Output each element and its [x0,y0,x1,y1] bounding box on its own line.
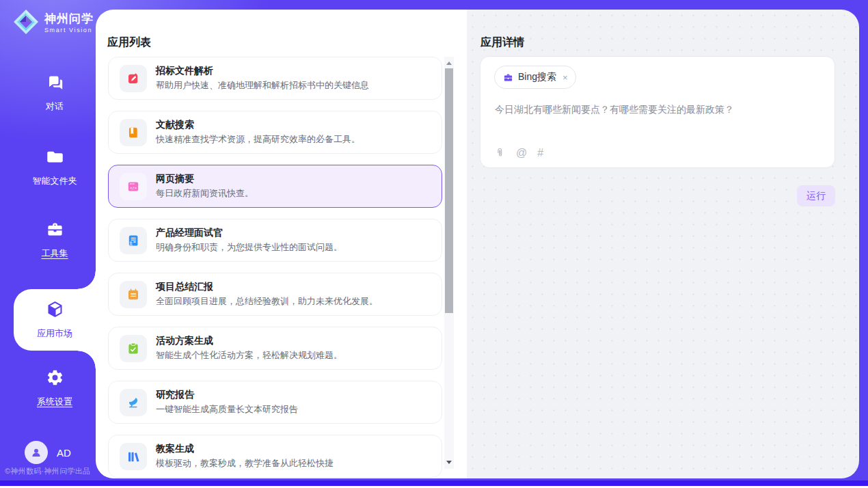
sidebar-item-smart-folders[interactable]: 智能文件夹 [14,138,96,197]
summary-icon [120,281,147,308]
hashtag-icon[interactable]: # [537,148,543,159]
app-detail-panel: 应用详情 Bing搜索 × 今日湖北有哪些新闻要点？有哪些需要关注的最新政策？ … [467,10,859,478]
app-list-item-research-report[interactable]: 研究报告一键智能生成高质量长文本研究报告 [108,381,442,424]
sidebar-item-label: 应用市场 [37,327,72,340]
sidebar-item-label: 对话 [46,100,64,113]
user-row[interactable]: AD [25,441,71,464]
app-description: 全面回顾项目进展，总结经验教训，助力未来优化发展。 [156,295,378,308]
app-description: 模板驱动，教案秒成，教学准备从此轻松快捷 [156,457,334,470]
app-list-item-literature-search[interactable]: 文献搜索快速精准查找学术资源，提高研究效率的必备工具。 [108,111,442,154]
query-input[interactable]: 今日湖北有哪些新闻要点？有哪些需要关注的最新政策？ [495,103,821,117]
app-description: 一键智能生成高质量长文本研究报告 [156,403,298,416]
paperclip-icon[interactable] [494,147,506,159]
bottom-accent-bar [0,480,868,486]
sidebar-item-toolset[interactable]: 工具集 [14,211,96,269]
bing-search-tag[interactable]: Bing搜索 × [494,66,576,89]
app-title: 招标文件解析 [156,65,369,77]
sidebar-footer: ©神州数码·神州问学出品 [5,466,90,476]
briefcase-icon [503,72,513,83]
scroll-down-icon[interactable] [446,461,452,464]
toolbox-icon [46,220,64,241]
app-description: 每日政府新闻资讯快查。 [156,187,254,200]
chat-icon [46,73,64,94]
app-list-item-project-summary[interactable]: 项目总结汇报全面回顾项目进展，总结经验教训，助力未来优化发展。 [108,273,442,316]
logo-subtitle: Smart Vision [44,27,94,33]
app-title: 教案生成 [156,443,334,455]
scroll-up-icon[interactable] [446,62,452,65]
app-list-item-web-digest[interactable]: </>网页摘要每日政府新闻资讯快查。 [108,165,442,208]
sidebar-item-label: 工具集 [42,247,68,260]
run-row: 运行 [480,185,835,206]
tender-icon [120,65,147,92]
app-description: 明确身份和职责，为您提供专业性的面试问题。 [156,241,342,254]
sidebar-item-system-settings[interactable]: 系统设置 [14,359,96,418]
sidebar-item-label: 智能文件夹 [33,175,77,187]
app-title: 研究报告 [156,389,298,401]
attachment-toolbar: @ # [494,147,543,159]
svg-text:</>: </> [130,186,137,190]
tag-label: Bing搜索 [518,71,556,83]
app-description: 智能生成个性化活动方案，轻松解决规划难题。 [156,349,342,362]
sidebar-item-label: 系统设置 [37,396,72,408]
research-icon [120,389,147,416]
app-list-title: 应用列表 [107,36,151,50]
prompt-card: Bing搜索 × 今日湖北有哪些新闻要点？有哪些需要关注的最新政策？ @ # [480,56,835,168]
logo-title: 神州问学 [44,13,94,26]
app-description: 快速精准查找学术资源，提高研究效率的必备工具。 [156,133,360,146]
app-title: 项目总结汇报 [156,281,378,293]
app-list-panel: 应用列表 招标文件解析帮助用户快速、准确地理解和解析招标书中的关键信息文献搜索快… [96,10,467,478]
sidebar: 神州问学 Smart Vision 对话智能文件夹工具集应用市场系统设置 AD … [0,0,96,488]
mention-icon[interactable]: @ [516,148,527,159]
browser-icon: </> [120,173,147,200]
user-icon [30,446,42,459]
app-list: 招标文件解析帮助用户快速、准确地理解和解析招标书中的关键信息文献搜索快速精准查找… [108,57,442,478]
book-icon [120,119,147,146]
cube-icon [46,300,64,321]
app-list-item-pm-interviewer[interactable]: 产品经理面试官明确身份和职责，为您提供专业性的面试问题。 [108,219,442,262]
app-title: 文献搜索 [156,119,360,131]
gear-icon [46,368,64,390]
app-list-item-event-plan[interactable]: 活动方案生成智能生成个性化活动方案，轻松解决规划难题。 [108,327,442,370]
app-logo: 神州问学 Smart Vision [12,8,94,38]
app-detail-title: 应用详情 [480,36,524,50]
books-icon [120,443,147,470]
tag-close-icon[interactable]: × [562,72,568,83]
user-name: AD [57,447,71,459]
interview-icon [120,227,147,254]
plan-icon [120,335,147,362]
app-title: 产品经理面试官 [156,227,342,239]
app-title: 活动方案生成 [156,335,342,347]
logo-diamond-icon [12,8,40,38]
content-shell: 应用列表 招标文件解析帮助用户快速、准确地理解和解析招标书中的关键信息文献搜索快… [96,10,859,478]
app-list-item-lesson-plan[interactable]: 教案生成模板驱动，教案秒成，教学准备从此轻松快捷 [108,435,442,478]
scrollbar-thumb[interactable] [445,68,453,313]
sidebar-item-chat[interactable]: 对话 [14,64,96,122]
app-title: 网页摘要 [156,173,254,185]
folder-icon [46,148,64,169]
avatar[interactable] [25,441,48,464]
app-list-scrollbar[interactable] [444,57,454,469]
app-description: 帮助用户快速、准确地理解和解析招标书中的关键信息 [156,79,369,92]
sidebar-item-app-market[interactable]: 应用市场 [14,289,96,351]
app-list-item-tender-analysis[interactable]: 招标文件解析帮助用户快速、准确地理解和解析招标书中的关键信息 [108,57,442,100]
run-button[interactable]: 运行 [797,185,835,206]
